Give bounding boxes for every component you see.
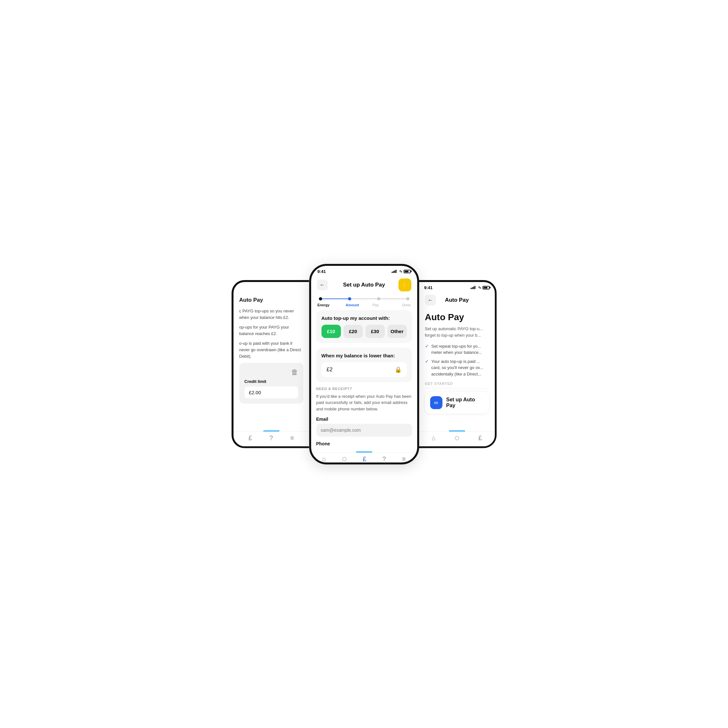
lightning-icon: ⚡ <box>401 281 409 289</box>
nav-menu-center[interactable]: ≡ <box>402 455 406 463</box>
signal-bar-3 <box>394 271 395 273</box>
help-icon: ? <box>269 434 273 442</box>
signal-bars-center <box>392 270 396 273</box>
divider <box>425 388 489 388</box>
step-dot-pay <box>377 297 380 300</box>
status-icons-center: ∿ <box>392 269 411 274</box>
left-card: 🗑 Credit limit £2.00 <box>239 363 303 404</box>
setup-auto-pay-button[interactable]: ∞ Set up Auto Pay <box>425 392 489 414</box>
amount-btn-10[interactable]: £10 <box>321 325 341 338</box>
step-line-2 <box>351 298 377 299</box>
topup-card: Auto top-up my account with: £10 £20 £30… <box>316 310 412 343</box>
setup-btn-label: Set up Auto Pay <box>446 397 484 408</box>
back-arrow-icon-right: ← <box>428 297 433 303</box>
amount-btn-other[interactable]: Other <box>387 325 407 338</box>
nav-item-payment[interactable]: £ <box>248 434 252 442</box>
payment-icon: £ <box>248 434 252 442</box>
email-input[interactable] <box>316 424 412 437</box>
header-title-center: Set up Auto Pay <box>343 282 385 288</box>
balance-card: When my balance is lower than: £2 🔒 <box>316 348 412 382</box>
phone-field-label: Phone <box>316 441 412 446</box>
amount-btn-20[interactable]: £20 <box>343 325 363 338</box>
step-label-energy: Energy <box>318 303 341 307</box>
home-icon-right: ⌂ <box>432 434 436 442</box>
check-text-2: Your auto top-up is paid ... card, so yo… <box>431 358 489 378</box>
nav-help-center[interactable]: ? <box>382 455 386 463</box>
menu-icon: ≡ <box>290 434 294 442</box>
network-icon-center: ⬡ <box>342 456 347 462</box>
nav-payment-right[interactable]: £ <box>478 434 482 442</box>
phone-right: 9:41 ∿ ← Auto Pay Aut <box>419 280 497 448</box>
network-icon-right: ⬡ <box>455 435 459 441</box>
signal-bar-r1 <box>471 288 471 289</box>
balance-card-title: When my balance is lower than: <box>321 353 407 358</box>
nav-network-right[interactable]: ⬡ <box>455 435 459 441</box>
back-button-center[interactable]: ← <box>317 280 328 291</box>
left-page-title: Auto Pay <box>239 297 303 303</box>
step-line-1 <box>322 298 348 299</box>
nav-network-center[interactable]: ⬡ <box>342 456 347 462</box>
menu-icon-center: ≡ <box>402 455 406 463</box>
amount-btn-30[interactable]: £30 <box>366 325 385 338</box>
credit-limit-value: £2.00 <box>249 390 294 395</box>
email-field-label: Email <box>316 416 412 422</box>
status-time-right: 9:41 <box>424 285 433 290</box>
bottom-nav-center: ⌂ ⬡ £ ? ≡ <box>311 453 417 464</box>
wifi-icon-center: ∿ <box>399 269 402 274</box>
phone-center: 9:41 ∿ ← Set up Auto Pay ⚡ <box>309 264 419 464</box>
header-title-right: Auto Pay <box>445 297 469 303</box>
check-item-1: ✓ Set repeat top-ups for yo... meter whe… <box>425 343 489 356</box>
left-text-1: c PAYG top-ups so you never when your ba… <box>239 308 303 321</box>
signal-bar-r2 <box>472 287 473 289</box>
signal-bar-4 <box>396 270 396 273</box>
right-content: Auto Pay Set up automatic PAYG top-u...f… <box>419 309 495 417</box>
battery-icon-center <box>404 270 411 273</box>
nav-home-right[interactable]: ⌂ <box>432 434 436 442</box>
payment-icon-right: £ <box>478 434 482 442</box>
scroll-area-center[interactable]: Auto top-up my account with: £10 £20 £30… <box>311 307 417 452</box>
phone-left: Auto Pay c PAYG top-ups so you never whe… <box>232 280 309 448</box>
step-labels-center: Energy Amount Pay Done <box>311 302 417 307</box>
wifi-icon-right: ∿ <box>478 285 481 290</box>
step-label-pay: Pay <box>364 303 387 307</box>
status-time-center: 9:41 <box>318 269 326 274</box>
status-bar-right: 9:41 ∿ <box>419 282 495 291</box>
status-icons-right: ∿ <box>471 285 489 290</box>
credit-limit-label: Credit limit <box>245 379 298 384</box>
signal-bar-1 <box>392 272 393 273</box>
check-text-1: Set repeat top-ups for yo... meter when … <box>431 343 489 356</box>
status-bar-center: 9:41 ∿ <box>311 266 417 275</box>
signal-bar-2 <box>393 271 394 273</box>
nav-payment-center[interactable]: £ <box>363 455 366 463</box>
right-big-title: Auto Pay <box>425 312 489 323</box>
signal-bar-r3 <box>473 286 474 289</box>
balance-input[interactable]: £2 🔒 <box>321 362 407 377</box>
balance-value: £2 <box>327 366 333 373</box>
nav-item-help[interactable]: ? <box>269 434 273 442</box>
checkmark-icon-2: ✓ <box>425 359 429 364</box>
back-arrow-icon: ← <box>320 282 325 288</box>
stepper-center <box>311 295 417 302</box>
nav-home-center[interactable]: ⌂ <box>322 455 326 463</box>
back-button-right[interactable]: ← <box>425 295 436 306</box>
check-item-2: ✓ Your auto top-up is paid ... card, so … <box>425 358 489 378</box>
trash-icon[interactable]: 🗑 <box>245 368 298 376</box>
checkmark-icon-1: ✓ <box>425 343 429 349</box>
amount-buttons: £10 £20 £30 Other <box>321 325 407 338</box>
receipt-desc: If you'd like a receipt when your Auto P… <box>316 393 412 412</box>
lock-icon: 🔒 <box>395 366 402 373</box>
help-icon-center: ? <box>382 455 386 463</box>
receipt-section: NEED A RECEIPT? If you'd like a receipt … <box>316 387 412 447</box>
step-line-3 <box>380 298 406 299</box>
lightning-button[interactable]: ⚡ <box>398 278 411 291</box>
get-started-label: GET STARTED <box>425 382 489 385</box>
scene: Auto Pay c PAYG top-ups so you never whe… <box>186 264 542 464</box>
nav-item-menu[interactable]: ≡ <box>290 434 294 442</box>
payment-icon-center: £ <box>363 455 366 463</box>
step-dot-amount <box>348 297 351 300</box>
signal-bar-r4 <box>474 286 476 289</box>
left-text-3: o-up is paid with your bank ll never go … <box>239 340 303 359</box>
battery-icon-right <box>483 286 489 289</box>
receipt-label: NEED A RECEIPT? <box>316 387 412 391</box>
home-icon-center: ⌂ <box>322 455 326 463</box>
